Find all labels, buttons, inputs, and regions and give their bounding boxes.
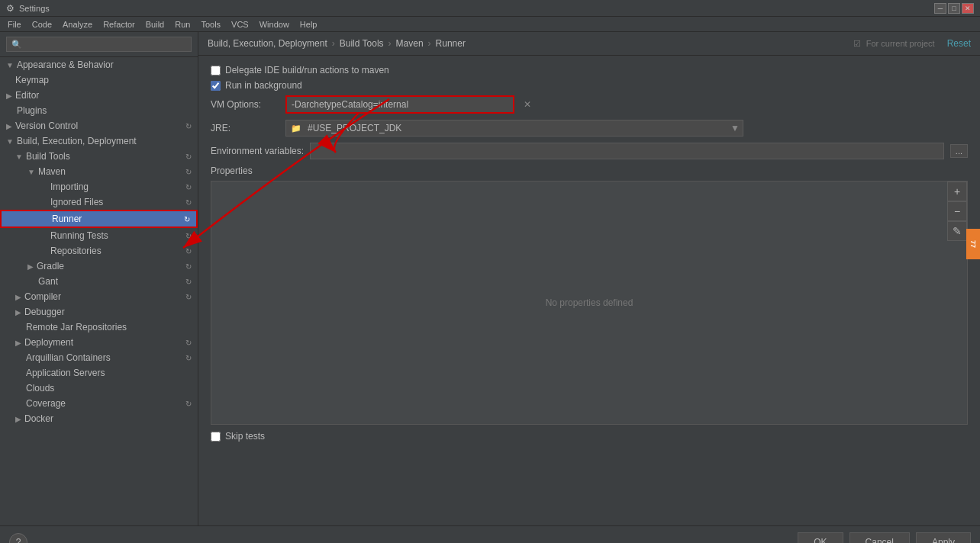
sidebar-item-label: Importing xyxy=(50,182,89,192)
breadcrumb-part-2[interactable]: Build Tools xyxy=(340,38,384,49)
sync-icon: ↻ xyxy=(185,339,192,347)
sidebar-item-gant[interactable]: Gant ↻ xyxy=(0,274,198,289)
sync-icon: ↻ xyxy=(185,168,192,176)
sidebar-item-arquillian[interactable]: Arquillian Containers ↻ xyxy=(0,350,198,365)
expand-arrow: ▼ xyxy=(6,61,14,69)
sidebar-item-docker[interactable]: ▶ Docker xyxy=(0,411,198,426)
expand-arrow: ▶ xyxy=(15,308,21,316)
menu-bar: File Code Analyze Refactor Build Run Too… xyxy=(0,17,980,32)
menu-code[interactable]: Code xyxy=(27,18,56,31)
vm-options-label: VM Options: xyxy=(211,99,279,110)
remove-property-button[interactable]: − xyxy=(947,201,967,221)
sidebar: ▼ Appearance & Behavior Keymap ▶ Editor … xyxy=(0,32,198,525)
folder-icon: 📁 xyxy=(291,124,301,133)
sidebar-item-appearance[interactable]: ▼ Appearance & Behavior xyxy=(0,57,198,72)
sidebar-item-label: Keymap xyxy=(15,75,49,85)
sidebar-item-label: Version Control xyxy=(15,120,78,131)
sidebar-item-gradle[interactable]: ▶ Gradle ↻ xyxy=(0,259,198,274)
add-property-button[interactable]: + xyxy=(947,182,967,201)
sidebar-item-running-tests[interactable]: Running Tests ↻ xyxy=(0,228,198,243)
help-button[interactable]: ? xyxy=(9,533,27,543)
sidebar-item-compiler[interactable]: ▶ Compiler ↻ xyxy=(0,289,198,304)
env-vars-browse-button[interactable]: ... xyxy=(950,144,968,158)
vm-options-clear-icon[interactable]: ✕ xyxy=(524,99,531,110)
sidebar-item-coverage[interactable]: Coverage ↻ xyxy=(0,396,198,411)
sidebar-item-importing[interactable]: Importing ↻ xyxy=(0,179,198,194)
sidebar-item-remote-jar[interactable]: Remote Jar Repositories xyxy=(0,320,198,335)
help-icon: ? xyxy=(16,537,21,543)
breadcrumb-current: Runner xyxy=(436,38,466,49)
sidebar-item-label: Running Tests xyxy=(50,230,108,241)
sidebar-item-runner[interactable]: Runner ↻ xyxy=(0,210,198,228)
menu-file[interactable]: File xyxy=(3,18,26,31)
breadcrumb-sep-2: › xyxy=(388,38,392,49)
sidebar-item-label: Coverage xyxy=(26,398,66,409)
env-vars-row: Environment variables: ... xyxy=(211,143,968,159)
close-button[interactable]: ✕ xyxy=(962,3,974,14)
run-background-row: Run in background xyxy=(211,80,968,91)
sidebar-item-repositories[interactable]: Repositories ↻ xyxy=(0,243,198,259)
edit-property-button[interactable]: ✎ xyxy=(947,221,967,241)
sidebar-item-label: Compiler xyxy=(24,291,61,302)
expand-arrow: ▶ xyxy=(6,122,12,130)
properties-label: Properties xyxy=(211,165,968,176)
sidebar-item-label: Remote Jar Repositories xyxy=(26,322,127,333)
window-controls: ─ □ ✕ xyxy=(934,3,974,14)
sidebar-item-app-servers[interactable]: Application Servers xyxy=(0,365,198,381)
menu-refactor[interactable]: Refactor xyxy=(98,18,140,31)
sidebar-item-label: Build, Execution, Deployment xyxy=(17,136,137,146)
breadcrumb-part-3[interactable]: Maven xyxy=(396,38,424,49)
env-vars-label: Environment variables: xyxy=(211,146,304,156)
sidebar-item-build-tools[interactable]: ▼ Build Tools ↻ xyxy=(0,149,198,164)
menu-window[interactable]: Window xyxy=(255,18,294,31)
menu-help[interactable]: Help xyxy=(295,18,322,31)
cancel-button[interactable]: Cancel xyxy=(849,532,910,543)
vm-options-input[interactable] xyxy=(285,95,514,114)
expand-arrow: ▶ xyxy=(15,415,21,423)
skip-tests-checkbox[interactable] xyxy=(211,432,221,442)
expand-arrow: ▶ xyxy=(27,262,34,271)
env-vars-input[interactable] xyxy=(310,143,944,159)
sidebar-item-label: Clouds xyxy=(26,383,54,394)
sidebar-item-debugger[interactable]: ▶ Debugger xyxy=(0,304,198,320)
sidebar-item-label: Editor xyxy=(15,90,39,101)
expand-arrow: ▶ xyxy=(15,293,21,301)
run-background-label: Run in background xyxy=(225,80,302,91)
properties-toolbar: + − ✎ xyxy=(947,182,967,241)
search-input[interactable] xyxy=(6,37,192,52)
sidebar-item-editor[interactable]: ▶ Editor xyxy=(0,88,198,103)
sidebar-item-maven[interactable]: ▼ Maven ↻ xyxy=(0,164,198,179)
sidebar-item-version-control[interactable]: ▶ Version Control ↻ xyxy=(0,118,198,133)
sidebar-item-clouds[interactable]: Clouds xyxy=(0,381,198,396)
sidebar-item-plugins[interactable]: Plugins xyxy=(0,103,198,118)
ok-button[interactable]: OK xyxy=(798,532,843,543)
sync-icon: ↻ xyxy=(185,247,192,255)
run-background-checkbox[interactable] xyxy=(211,81,221,91)
properties-panel: No properties defined + − ✎ xyxy=(211,181,968,425)
jre-select[interactable]: #USE_PROJECT_JDK xyxy=(305,120,730,136)
apply-button[interactable]: Apply xyxy=(916,532,971,543)
menu-build[interactable]: Build xyxy=(141,18,169,31)
menu-analyze[interactable]: Analyze xyxy=(58,18,97,31)
sync-icon: ↻ xyxy=(185,198,192,207)
sidebar-item-deployment[interactable]: ▶ Deployment ↻ xyxy=(0,335,198,350)
breadcrumb-part-1[interactable]: Build, Execution, Deployment xyxy=(208,38,327,49)
content-area: Delegate IDE build/run actions to maven … xyxy=(198,56,980,525)
delegate-checkbox[interactable] xyxy=(211,66,221,76)
reset-button[interactable]: Reset xyxy=(947,38,971,49)
menu-run[interactable]: Run xyxy=(170,18,195,31)
maximize-button[interactable]: □ xyxy=(948,3,960,14)
breadcrumb: Build, Execution, Deployment › Build Too… xyxy=(198,32,980,56)
sync-icon: ↻ xyxy=(185,183,192,191)
menu-tools[interactable]: Tools xyxy=(196,18,225,31)
expand-arrow: ▶ xyxy=(15,339,21,347)
minimize-button[interactable]: ─ xyxy=(934,3,946,14)
sidebar-item-keymap[interactable]: Keymap xyxy=(0,72,198,88)
main-content: Build, Execution, Deployment › Build Too… xyxy=(198,32,980,525)
expand-arrow: ▼ xyxy=(6,137,14,146)
sidebar-item-build-execution[interactable]: ▼ Build, Execution, Deployment xyxy=(0,133,198,149)
menu-vcs[interactable]: VCS xyxy=(227,18,253,31)
sync-icon: ↻ xyxy=(185,232,192,240)
sidebar-item-ignored-files[interactable]: Ignored Files ↻ xyxy=(0,194,198,210)
jre-label: JRE: xyxy=(211,123,279,133)
